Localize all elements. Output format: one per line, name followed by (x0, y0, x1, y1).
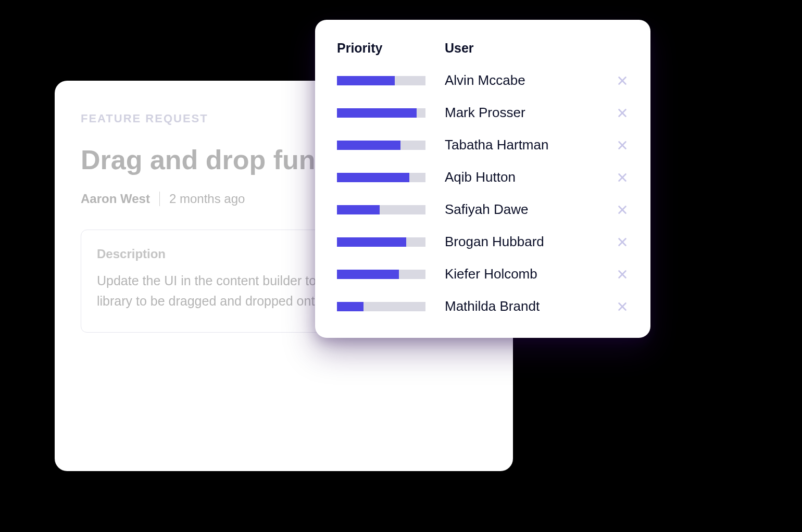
feature-timestamp: 2 months ago (169, 192, 245, 206)
priority-bar (337, 108, 425, 118)
priority-column-header: Priority (337, 41, 445, 56)
priority-bar (337, 205, 425, 214)
priority-row: Kiefer Holcomb (337, 266, 629, 282)
meta-divider (159, 192, 160, 206)
priority-row: Tabatha Hartman (337, 137, 629, 153)
priority-bar (337, 76, 425, 85)
close-icon[interactable] (616, 74, 629, 87)
priority-row: Mark Prosser (337, 105, 629, 121)
priority-bar (337, 270, 425, 279)
priority-bar (337, 302, 425, 311)
close-icon[interactable] (616, 204, 629, 216)
rows-container: Alvin MccabeMark ProsserTabatha HartmanA… (337, 72, 629, 314)
priority-bar-fill (337, 237, 406, 247)
user-name: Mark Prosser (445, 105, 616, 121)
priority-row: Mathilda Brandt (337, 298, 629, 314)
user-name: Mathilda Brandt (445, 298, 616, 314)
priority-row: Safiyah Dawe (337, 201, 629, 218)
user-name: Aqib Hutton (445, 169, 616, 185)
feature-author: Aaron West (81, 192, 150, 206)
priority-bar (337, 173, 425, 182)
priority-bar-fill (337, 76, 395, 85)
close-icon[interactable] (616, 139, 629, 151)
priority-bar (337, 237, 425, 247)
close-icon[interactable] (616, 236, 629, 248)
user-name: Brogan Hubbard (445, 234, 616, 250)
priority-bar-fill (337, 108, 417, 118)
user-name: Safiyah Dawe (445, 201, 616, 218)
priority-row: Aqib Hutton (337, 169, 629, 185)
priority-row: Brogan Hubbard (337, 234, 629, 250)
priority-bar-fill (337, 205, 380, 214)
user-name: Tabatha Hartman (445, 137, 616, 153)
close-icon[interactable] (616, 107, 629, 119)
panel-headers: Priority User (337, 41, 629, 56)
priority-bar-fill (337, 141, 400, 150)
close-icon[interactable] (616, 268, 629, 281)
user-name: Alvin Mccabe (445, 72, 616, 88)
close-icon[interactable] (616, 300, 629, 313)
priority-bar-fill (337, 173, 409, 182)
priority-bar-fill (337, 302, 364, 311)
priority-bar (337, 141, 425, 150)
priority-panel: Priority User Alvin MccabeMark ProsserTa… (315, 20, 650, 338)
user-column-header: User (445, 41, 474, 56)
priority-row: Alvin Mccabe (337, 72, 629, 88)
user-name: Kiefer Holcomb (445, 266, 616, 282)
close-icon[interactable] (616, 171, 629, 184)
priority-bar-fill (337, 270, 399, 279)
